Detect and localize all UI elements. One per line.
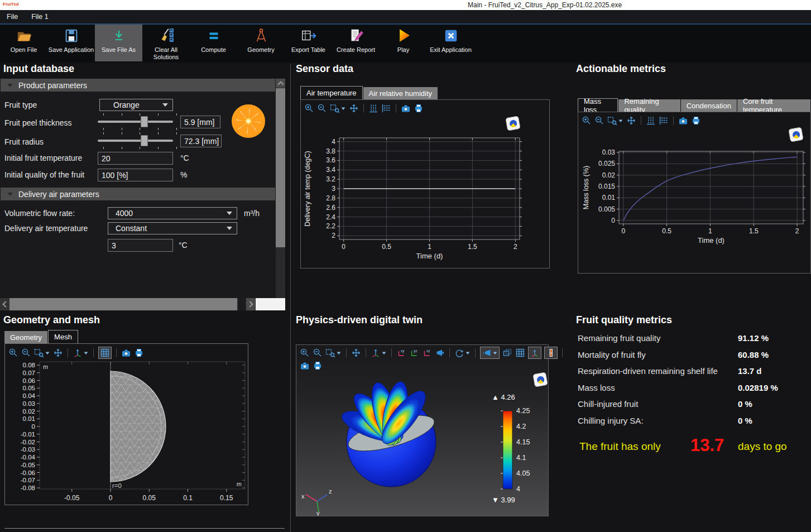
- slider-thumb[interactable]: [141, 135, 148, 146]
- save-application-button[interactable]: Save Application: [47, 25, 95, 61]
- vertical-scrollbar[interactable]: [276, 79, 285, 310]
- scroll-thumb[interactable]: [9, 298, 237, 310]
- initial-quality-field[interactable]: 100 [%]: [98, 169, 173, 181]
- slider-track[interactable]: [98, 121, 173, 123]
- image-snapshot-button[interactable]: [678, 116, 688, 126]
- export-table-button[interactable]: Export Table: [285, 25, 332, 61]
- fruit-radius-field[interactable]: 72.3 [mm]: [180, 135, 222, 147]
- toolbar-separator: [93, 348, 94, 357]
- tab-condensation[interactable]: Condensation: [681, 99, 737, 112]
- axes-indicator-button[interactable]: [528, 347, 541, 359]
- tab-core-fruit-temperature[interactable]: Core fruit temperature: [737, 99, 810, 112]
- zoom-extents-button[interactable]: [349, 103, 359, 113]
- x-axis-grid-button[interactable]: [646, 116, 656, 126]
- scroll-right-button[interactable]: [246, 298, 255, 310]
- zoom-out-button[interactable]: [594, 116, 604, 126]
- play-button[interactable]: Play: [380, 25, 427, 61]
- peel-thickness-slider[interactable]: [98, 113, 173, 130]
- peel-thickness-field[interactable]: 5.9 [mm]: [180, 116, 220, 128]
- y-axis-grid-button[interactable]: [659, 116, 669, 126]
- print-button[interactable]: [414, 103, 424, 113]
- svg-text:2.4: 2.4: [326, 213, 335, 221]
- chevron-down-icon: [492, 349, 498, 356]
- zoom-out-button[interactable]: [313, 348, 323, 358]
- zoom-in-button[interactable]: [582, 116, 592, 126]
- chevron-right-icon: [247, 301, 253, 307]
- perspective-view-button[interactable]: [435, 348, 445, 358]
- air-temp-mode-select[interactable]: Constant: [108, 222, 237, 234]
- zoom-extents-button[interactable]: [53, 348, 63, 358]
- svg-text:Mass loss (%): Mass loss (%): [582, 166, 590, 209]
- section-product-parameters[interactable]: Product parameters: [1, 79, 275, 92]
- scene-light-button[interactable]: [480, 347, 500, 359]
- zoom-out-button[interactable]: [317, 103, 327, 113]
- transparency-button[interactable]: [502, 348, 512, 358]
- mesh-plot: 0.080.070.060.050.040.030.020.010-0.01-0…: [5, 361, 248, 507]
- compute-button[interactable]: Compute: [190, 25, 237, 61]
- zoom-extents-button[interactable]: [626, 116, 636, 126]
- svg-text:4.1: 4.1: [516, 454, 526, 462]
- air-temp-value-field[interactable]: 3: [108, 239, 173, 252]
- menu-file-1[interactable]: File 1: [25, 10, 55, 23]
- image-snapshot-button[interactable]: [121, 348, 131, 358]
- slider-thumb[interactable]: [141, 116, 148, 127]
- image-snapshot-button[interactable]: [401, 103, 411, 113]
- view-yz-button[interactable]: yz: [409, 348, 419, 358]
- tab-air-temperature[interactable]: Air temperature: [300, 86, 363, 99]
- grid-button[interactable]: [515, 348, 525, 358]
- zoom-in-button[interactable]: [8, 348, 18, 358]
- color-legend-button[interactable]: [544, 347, 558, 359]
- x-axis-grid-button[interactable]: [368, 103, 378, 113]
- zoom-box-button[interactable]: [325, 348, 342, 358]
- tab-air-relative-humidity[interactable]: Air relative humidity: [363, 87, 438, 99]
- print-button[interactable]: [691, 116, 701, 126]
- print-button[interactable]: [134, 348, 144, 358]
- horizontal-scrollbar[interactable]: [0, 298, 276, 310]
- svg-text:3.6: 3.6: [326, 156, 335, 164]
- chevron-down-icon: [45, 349, 50, 356]
- zoom-in-button[interactable]: [304, 103, 314, 113]
- tab-geometry[interactable]: Geometry: [4, 331, 47, 343]
- clear-all-solutions-button[interactable]: Clear All Solutions: [142, 25, 190, 61]
- view-xy-button[interactable]: xy: [396, 348, 406, 358]
- rotate-button[interactable]: [454, 348, 471, 358]
- create-report-button[interactable]: Create Report: [332, 25, 380, 61]
- zoom-out-button[interactable]: [21, 348, 31, 358]
- metric-row-respiration-driven-remaining-shelf-life: Respiration-driven remaining shelf life1…: [578, 363, 811, 380]
- open-file-button[interactable]: Open File: [0, 25, 47, 61]
- geometry-button[interactable]: Geometry: [237, 25, 285, 61]
- tab-mass-loss[interactable]: Mass loss: [578, 98, 618, 112]
- zoom-box-button[interactable]: [607, 116, 623, 126]
- menu-file[interactable]: File: [0, 10, 25, 23]
- x-axis-grid-icon: [368, 103, 378, 113]
- zoom-box-button[interactable]: [34, 348, 50, 358]
- metrics-plot-toolbar: [582, 115, 701, 126]
- zoom-extents-button[interactable]: [351, 348, 361, 358]
- zoom-out-icon: [21, 348, 31, 358]
- slider-track[interactable]: [98, 140, 173, 142]
- section-delivery-air-parameters[interactable]: Delivery air parameters: [1, 188, 275, 200]
- svg-text:0.04: 0.04: [23, 392, 36, 399]
- scroll-up-button[interactable]: [276, 79, 285, 88]
- tab-remaining-quality[interactable]: Remaining quality: [618, 99, 680, 112]
- fruit-type-select[interactable]: Orange: [99, 99, 173, 111]
- exit-application-button[interactable]: Exit Application: [427, 25, 474, 61]
- zoom-box-button[interactable]: [330, 103, 346, 113]
- initial-temperature-field[interactable]: 20: [98, 152, 173, 165]
- export-table-icon: [300, 26, 317, 45]
- scroll-thumb[interactable]: [276, 88, 285, 247]
- digital-twin-3d-view[interactable]: 44.054.14.154.24.25▲ 4.26▼ 3.99xyz: [296, 368, 549, 518]
- fruit-radius-slider[interactable]: [98, 132, 173, 149]
- tab-mesh[interactable]: Mesh: [48, 330, 78, 343]
- grid-button[interactable]: [98, 347, 112, 359]
- flow-rate-select[interactable]: 4000: [108, 207, 237, 219]
- y-axis-grid-button[interactable]: [381, 103, 391, 113]
- save-file-as-button[interactable]: Save File As: [95, 25, 142, 61]
- air-temp-mode-value: Constant: [108, 224, 227, 233]
- axis-orientation-button[interactable]: [73, 348, 89, 358]
- scroll-left-button[interactable]: [0, 298, 9, 310]
- axis-orientation-button[interactable]: [371, 348, 387, 358]
- zoom-in-button[interactable]: [300, 348, 310, 358]
- section-label: Delivery air parameters: [18, 190, 99, 199]
- view-xz-button[interactable]: xz: [422, 348, 432, 358]
